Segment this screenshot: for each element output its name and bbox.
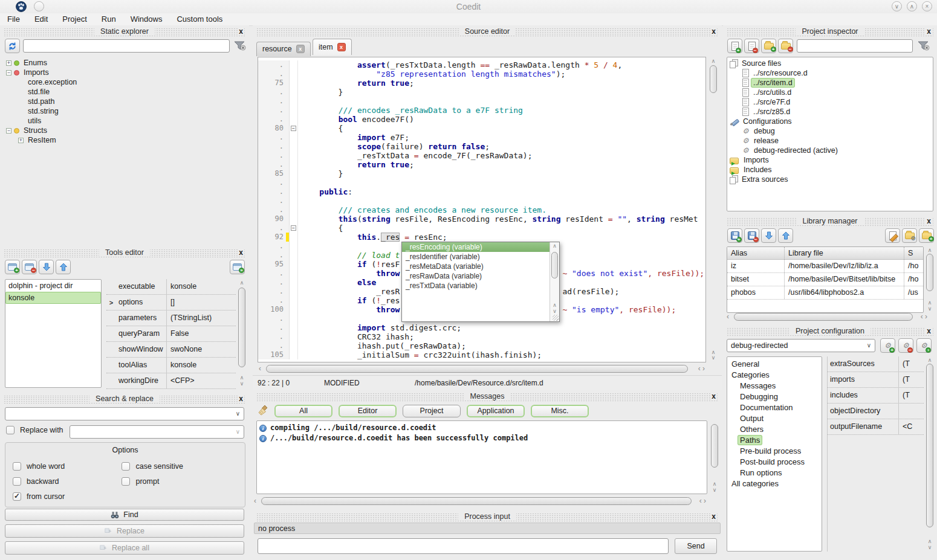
- fold-gutter[interactable]: [290, 287, 298, 296]
- property-row[interactable]: workingDire <CFP>: [106, 373, 236, 389]
- fold-gutter[interactable]: [290, 323, 298, 332]
- property-expander-icon[interactable]: >: [106, 299, 116, 306]
- close-panel-icon[interactable]: x: [238, 27, 244, 36]
- fold-gutter[interactable]: [290, 214, 298, 224]
- shade-window-button[interactable]: ∨: [892, 1, 902, 11]
- tool-list-item[interactable]: konsole: [5, 292, 101, 304]
- messages-vertical-scrollbar[interactable]: ∧ ∨: [710, 420, 719, 494]
- fold-gutter[interactable]: [290, 224, 298, 233]
- clone-configuration-button[interactable]: ›: [916, 338, 932, 353]
- add-configuration-button[interactable]: +: [880, 338, 895, 353]
- fold-gutter[interactable]: [290, 79, 298, 88]
- option-item[interactable]: backward: [13, 474, 122, 489]
- fold-gutter[interactable]: [290, 305, 298, 314]
- fold-gutter[interactable]: [290, 332, 298, 341]
- completion-item[interactable]: _resEncoding (variable): [402, 242, 550, 252]
- project-tree-item[interactable]: ../src/e7F.d: [727, 97, 933, 107]
- register-project-libraries-button[interactable]: [902, 228, 917, 243]
- property-value[interactable]: konsole: [167, 358, 236, 373]
- expander-icon[interactable]: −: [6, 70, 11, 76]
- config-property-value[interactable]: <C: [899, 419, 924, 434]
- fold-gutter[interactable]: [290, 260, 298, 269]
- fold-gutter[interactable]: [290, 196, 298, 205]
- property-row[interactable]: executable konsole: [106, 279, 236, 295]
- fold-gutter[interactable]: [290, 88, 298, 97]
- property-row[interactable]: toolAlias konsole: [106, 358, 236, 373]
- fold-gutter[interactable]: [290, 205, 298, 214]
- fold-gutter[interactable]: [290, 242, 298, 251]
- process-stdin-input[interactable]: [258, 538, 669, 554]
- close-panel-icon[interactable]: x: [710, 392, 717, 401]
- config-tree-item[interactable]: Paths: [727, 434, 822, 445]
- remove-configuration-button[interactable]: −: [898, 338, 913, 353]
- completion-item[interactable]: _resRawData (variable): [402, 271, 550, 281]
- messages-hscroll-buttons[interactable]: ‹ ›: [699, 497, 706, 505]
- tools-grid-scrollbar[interactable]: ∧ ∧ ∨: [237, 279, 247, 388]
- tree-item[interactable]: + ResItem: [4, 135, 243, 145]
- replace-all-button[interactable]: Replace all: [5, 541, 244, 555]
- project-tree-item[interactable]: Configurations: [727, 117, 933, 126]
- option-checkbox[interactable]: [13, 492, 21, 501]
- clear-inspector-filter-icon[interactable]: [918, 40, 930, 53]
- config-tree-item[interactable]: All categories: [727, 478, 822, 489]
- editor-vertical-scrollbar[interactable]: ∧ ∧ ∨: [708, 57, 718, 362]
- move-library-up-button[interactable]: [778, 228, 793, 243]
- fold-gutter[interactable]: [290, 133, 298, 142]
- library-vertical-scrollbar[interactable]: ∧ ∧ ∨: [925, 246, 935, 313]
- option-checkbox[interactable]: [13, 477, 21, 486]
- tab-close-icon[interactable]: x: [296, 45, 305, 53]
- fold-gutter[interactable]: [290, 115, 298, 124]
- fold-gutter[interactable]: [290, 60, 298, 69]
- edit-library-button[interactable]: [885, 228, 900, 243]
- fold-gutter[interactable]: [290, 178, 298, 187]
- fold-gutter[interactable]: [290, 269, 298, 278]
- project-tree-item[interactable]: debug-redirected (active): [727, 146, 933, 155]
- remove-library-button[interactable]: −: [744, 228, 759, 243]
- project-tree-item[interactable]: ../src/utils.d: [727, 88, 933, 97]
- expander-icon[interactable]: −: [6, 128, 11, 134]
- config-property-row[interactable]: extraSources (T: [828, 356, 924, 372]
- project-tree-item[interactable]: release: [727, 136, 933, 146]
- config-property-row[interactable]: outputFilename <C: [828, 419, 924, 435]
- tree-item[interactable]: std.string: [4, 106, 243, 116]
- close-panel-icon[interactable]: x: [926, 327, 932, 335]
- option-checkbox[interactable]: [13, 462, 21, 471]
- clear-messages-button[interactable]: [258, 405, 270, 418]
- fold-gutter[interactable]: [290, 251, 298, 260]
- config-tree-item[interactable]: Others: [727, 423, 822, 434]
- add-tool-button[interactable]: +: [5, 260, 20, 274]
- menu-item[interactable]: Custom tools: [169, 13, 230, 25]
- property-value[interactable]: False: [167, 326, 236, 341]
- tree-item[interactable]: − Imports: [4, 68, 243, 77]
- library-row[interactable]: phobos /usr/lib64/libphobos2.a /us: [727, 286, 923, 300]
- replace-button[interactable]: Replace: [5, 524, 244, 538]
- add-source-button[interactable]: +: [727, 39, 742, 53]
- property-value[interactable]: swoNone: [167, 342, 236, 357]
- send-button[interactable]: Send: [675, 538, 717, 554]
- close-panel-icon[interactable]: x: [238, 248, 244, 257]
- project-tree-item[interactable]: Source files: [727, 59, 933, 68]
- config-tree-item[interactable]: Categories: [727, 369, 822, 380]
- property-row[interactable]: parameters (TStringList): [106, 311, 236, 326]
- fold-gutter[interactable]: [290, 187, 298, 196]
- run-tool-button[interactable]: »: [230, 260, 245, 274]
- fold-gutter[interactable]: [290, 341, 298, 350]
- project-tree-item[interactable]: Includes: [727, 165, 933, 175]
- close-panel-icon[interactable]: x: [710, 512, 717, 521]
- option-item[interactable]: case sensitive: [122, 459, 230, 474]
- inspector-filter-input[interactable]: [797, 39, 913, 53]
- column-sources[interactable]: S: [904, 247, 923, 259]
- move-tool-down-button[interactable]: [39, 260, 54, 274]
- close-panel-icon[interactable]: x: [710, 27, 717, 36]
- fold-gutter[interactable]: [290, 296, 298, 305]
- tree-item[interactable]: std.file: [4, 87, 243, 97]
- fold-gutter[interactable]: [290, 160, 298, 169]
- maximize-window-button[interactable]: ∧: [907, 1, 917, 11]
- close-panel-icon[interactable]: x: [238, 394, 244, 403]
- property-value[interactable]: (TStringList): [167, 311, 236, 326]
- find-button[interactable]: Find: [5, 509, 244, 521]
- move-library-down-button[interactable]: [761, 228, 776, 243]
- option-checkbox[interactable]: [122, 462, 130, 471]
- option-checkbox[interactable]: [122, 477, 130, 486]
- move-tool-up-button[interactable]: [56, 260, 71, 274]
